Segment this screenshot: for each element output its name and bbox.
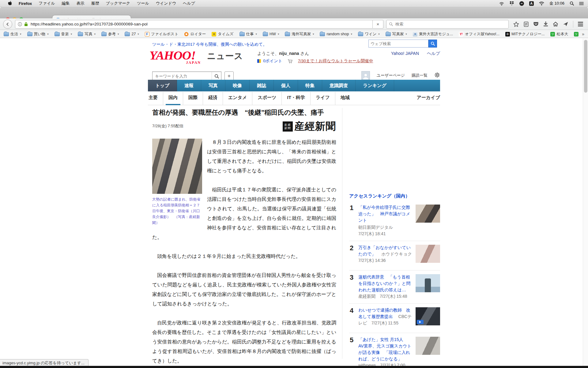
news-search-input[interactable] [153,74,212,79]
nav-tab-magazine[interactable]: 雑誌 [250,80,274,91]
bookmark-item[interactable]: ツSapere Vedere ～... [574,32,579,37]
menu-bar-clock[interactable]: 金 10:06 [549,1,564,6]
url-input[interactable] [30,21,370,27]
news-search-button[interactable] [212,72,221,80]
category-local[interactable]: 地域 [335,92,355,105]
menu-file[interactable]: ファイル [35,1,58,6]
avatar[interactable] [361,71,370,80]
bookmark-star-icon[interactable] [513,21,519,27]
menu-firefox[interactable]: Firefox [15,1,35,6]
dropbox-icon[interactable] [509,1,514,6]
sale-link[interactable]: 7/30まで！お得なウルトラセール開催中 [298,58,373,64]
ranking-thumbnail[interactable] [416,245,440,263]
nav-tab-top[interactable]: トップ [148,80,177,91]
source-logo[interactable]: 産經新聞 産經新聞 [275,120,336,133]
back-button[interactable] [3,20,12,29]
notification-center-icon[interactable] [579,2,584,6]
bookmark-item[interactable]: ≣タイムズ [212,32,233,37]
input-method-icon[interactable]: A [529,1,534,6]
bookmark-item[interactable]: ツ松本大 [550,32,568,37]
news-search-box[interactable] [152,71,221,81]
bookmark-folder[interactable]: 仕事 [239,32,257,37]
bookmark-folder[interactable]: 買い物 [27,32,49,37]
photo-caption[interactable]: 大勢の記者に囲まれ、防衛省に入る稲田朋美防衛相＝２７日午後、東京・防衛省（川口良… [152,197,202,226]
nav-tab-photo[interactable]: 写真 [201,80,225,91]
menu-tools[interactable]: ツール [134,1,153,6]
menu-history[interactable]: 履歴 [88,1,103,6]
yahoo-japan-link[interactable]: Yahoo! JAPAN [391,51,419,56]
nav-tab-video[interactable]: 映像 [225,80,250,91]
home-icon[interactable] [553,21,558,27]
scrollbar-thumb[interactable] [584,40,587,93]
category-world[interactable]: 国際 [183,92,203,105]
ranking-title[interactable]: アクセスランキング（国内） [349,193,410,199]
ranking-thumbnail[interactable] [416,205,440,223]
category-major[interactable]: 主要 [148,92,163,105]
points-link[interactable]: 0ポイント [263,58,282,64]
bookmark-item[interactable]: Fファイルポスト [145,32,179,37]
add-search-tab-button[interactable]: + [224,71,234,81]
bookmark-folder[interactable]: random shop [320,32,352,36]
bookmark-folder[interactable]: ワイン [358,32,380,37]
spotlight-search-icon[interactable] [570,1,574,6]
menu-bookmarks[interactable]: ブックマーク [103,1,134,6]
bookmark-item[interactable]: ✛MITテクノロジー... [505,32,545,37]
reading-list-icon[interactable] [524,21,529,27]
downloads-icon[interactable] [543,21,548,27]
category-life[interactable]: ライフ [310,92,335,105]
archive-link[interactable]: アーカイブ [412,92,440,105]
bookmark-folder[interactable]: 写真家 [386,32,407,37]
scrollbar-track[interactable] [583,38,588,368]
subscriptions-link[interactable]: 購読一覧 [412,73,428,78]
browser-search-box[interactable] [386,20,509,29]
nav-tab-feature[interactable]: 特集 [298,80,322,91]
yahoo-news-logo[interactable]: YAHOO! JAPAN ニュース [149,48,243,64]
bookmark-item[interactable]: Y!オフィス版Yahoo!... [459,32,499,37]
ranking-link[interactable]: 蓮舫代表辞意 「もう首相を目指さないのか？」と問われた蓮舫氏の答えは… [358,274,410,292]
wifi-icon[interactable] [539,2,544,6]
web-search-button[interactable] [428,40,437,48]
category-it-science[interactable]: IT・科学 [281,92,310,105]
nav-tab-ranking[interactable]: ランキング [356,80,394,91]
userpage-link[interactable]: ユーザーページ [377,73,405,78]
nav-tab-personal[interactable]: 個人 [274,80,298,91]
browser-search-input[interactable] [395,21,506,27]
menu-view[interactable]: 表示 [73,1,88,6]
stop-button[interactable]: × [373,20,383,29]
menu-edit[interactable]: 編集 [58,1,73,6]
bookmark-item[interactable]: ロイター [184,32,206,37]
ranking-thumbnail[interactable] [416,337,440,355]
bookmark-item[interactable]: ⌘東外大言語モジュ... [413,32,453,37]
article-photo[interactable] [152,139,202,194]
bookmarks-overflow-chevron[interactable]: » [579,32,584,36]
pocket-icon[interactable] [533,21,539,27]
menu-icon[interactable] [578,22,583,26]
ranking-video-thumbnail[interactable] [416,307,440,325]
creative-cloud-icon[interactable]: ∞ [519,1,524,6]
web-search-input[interactable] [368,40,428,48]
category-domestic[interactable]: 国内 [163,92,183,105]
bookmark-folder[interactable]: 27 [125,32,139,36]
category-entertainment[interactable]: エンタメ [223,92,252,105]
help-link[interactable]: ヘルプ [427,51,440,56]
nav-tab-flash[interactable]: 速報 [177,80,201,91]
bookmark-folder[interactable]: 海外写真家 [285,32,314,37]
ranking-thumbnail[interactable] [416,274,440,292]
bookmark-folder[interactable]: 参考 [101,32,119,37]
category-economy[interactable]: 経済 [203,92,223,105]
ranking-link[interactable]: 「私が今井絵理子氏に交際迫った」 神戸市議がコメント [358,205,410,223]
menu-help[interactable]: ヘルプ [179,1,198,6]
menu-window[interactable]: ウインドウ [153,1,180,6]
category-sports[interactable]: スポーツ [252,92,281,105]
bookmark-folder[interactable]: 写真 [78,32,96,37]
share-icon[interactable] [563,21,568,27]
username[interactable]: niju_nana [279,51,299,56]
signal-icon[interactable] [499,2,504,6]
settings-gear-icon[interactable] [434,72,440,79]
bookmark-folder[interactable]: 生活 [4,32,21,37]
bookmark-folder[interactable]: 音楽 [55,32,72,37]
nav-tab-poll[interactable]: 意識調査 [322,80,356,91]
bookmark-folder[interactable]: HW [263,32,279,36]
url-bar[interactable] [15,20,373,29]
apple-menu-icon[interactable] [4,1,15,6]
